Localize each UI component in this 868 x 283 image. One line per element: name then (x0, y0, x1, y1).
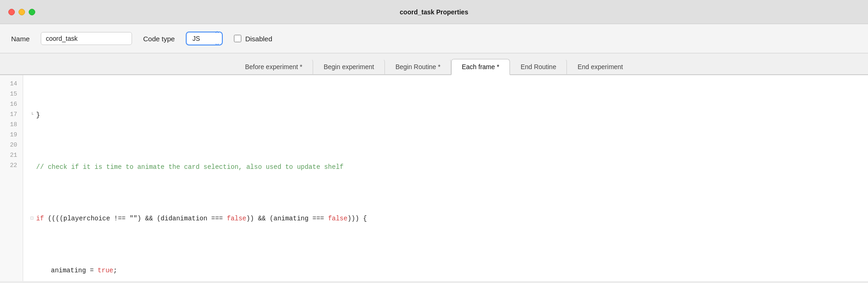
code-editor[interactable]: └} // check if it is time to animate the… (23, 75, 868, 281)
fold-icon-16[interactable]: □ (29, 215, 35, 222)
maximize-button[interactable] (29, 9, 35, 15)
title-bar: coord_task Properties (0, 0, 868, 24)
line-num-19: 19 (0, 130, 23, 140)
line-num-15: 15 (0, 89, 23, 99)
window-controls (8, 9, 35, 15)
tab-each-frame[interactable]: Each frame * (451, 59, 510, 75)
line-num-20: 20 (0, 140, 23, 150)
tab-begin-experiment[interactable]: Begin experiment (313, 59, 385, 74)
close-button[interactable] (8, 9, 15, 15)
code-line-15: // check if it is time to animate the ca… (29, 162, 868, 172)
code-type-select-wrapper: JS Py Both ⌃⌄ (186, 32, 223, 45)
line-num-22: 22 (0, 161, 23, 171)
tab-before-experiment[interactable]: Before experiment * (234, 59, 313, 74)
minimize-button[interactable] (19, 9, 25, 15)
editor-area: 14 15 16 17 18 19 20 21 22 └} // check i… (0, 75, 868, 281)
window-title: coord_task Properties (400, 8, 468, 16)
disabled-wrapper: Disabled (234, 35, 272, 43)
tab-end-experiment[interactable]: End experiment (567, 59, 634, 74)
tabs-bar: Before experiment * Begin experiment Beg… (0, 53, 868, 75)
name-input[interactable] (41, 32, 132, 45)
fold-icon-14[interactable]: └ (29, 112, 35, 118)
toolbar: Name Code type JS Py Both ⌃⌄ Disabled (0, 24, 868, 53)
tab-end-routine[interactable]: End Routine (510, 59, 567, 74)
code-line-14: └} (29, 110, 868, 120)
name-label: Name (11, 35, 30, 43)
code-line-17: animating = true; (29, 265, 868, 276)
line-numbers: 14 15 16 17 18 19 20 21 22 (0, 75, 23, 281)
code-type-select[interactable]: JS Py Both (186, 32, 223, 45)
line-num-16: 16 (0, 99, 23, 109)
code-type-label: Code type (143, 35, 175, 43)
tab-begin-routine[interactable]: Begin Routine * (385, 59, 451, 74)
line-num-18: 18 (0, 120, 23, 130)
disabled-label: Disabled (245, 35, 272, 43)
line-num-21: 21 (0, 150, 23, 161)
line-num-17: 17 (0, 109, 23, 120)
line-num-14: 14 (0, 79, 23, 89)
disabled-checkbox[interactable] (234, 35, 241, 42)
code-line-16: □if ((((playerchoice !== "") && (didanim… (29, 213, 868, 224)
